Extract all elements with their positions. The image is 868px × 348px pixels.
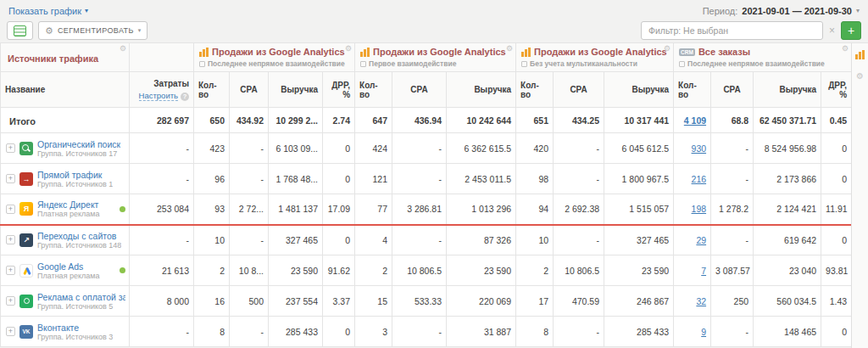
site-referral-icon bbox=[19, 233, 33, 247]
orders-count-link[interactable]: 4 109 bbox=[684, 115, 706, 126]
column-header[interactable]: CPA bbox=[554, 72, 604, 108]
gear-icon[interactable]: ⚙ bbox=[856, 71, 864, 81]
sources-header-cell: Источники трафика ⚙ bbox=[1, 43, 130, 72]
value-cell: 0 bbox=[821, 225, 852, 255]
expand-icon[interactable]: + bbox=[6, 296, 15, 306]
totals-label: Итого bbox=[6, 116, 36, 126]
column-header[interactable]: Кол-во bbox=[355, 72, 392, 108]
table-body: Итого282 697650434.9210 299 2...2.746474… bbox=[1, 108, 852, 347]
value-cell: 9 bbox=[674, 317, 711, 347]
source-name-text: Органический поискГруппа. Источников 17 bbox=[37, 139, 120, 158]
configure-costs-link[interactable]: Настроить bbox=[139, 91, 178, 101]
value-cell: 2 453 011.5 bbox=[447, 164, 516, 194]
orders-count-link[interactable]: 32 bbox=[696, 296, 706, 306]
value-cell: 4 109 bbox=[674, 108, 711, 133]
segment-button[interactable]: ⚙ СЕГМЕНТИРОВАТЬ ▾ bbox=[38, 21, 147, 40]
show-chart-link[interactable]: Показать график ▾ bbox=[8, 6, 88, 16]
gear-icon[interactable]: ⚙ bbox=[120, 45, 126, 53]
source-subtitle: Группа. Источников 3 bbox=[37, 333, 113, 341]
table-view-button[interactable] bbox=[7, 21, 33, 40]
gear-icon[interactable]: ⚙ bbox=[506, 45, 513, 53]
source-subtitle: Платная реклама bbox=[37, 272, 100, 280]
value-cell: - bbox=[130, 164, 194, 194]
gear-icon[interactable]: ⚙ bbox=[345, 45, 352, 53]
source-name-link[interactable]: Вконтакте bbox=[37, 323, 113, 333]
source-name-link[interactable]: Прямой трафик bbox=[37, 170, 113, 180]
column-header[interactable]: ДРР, % bbox=[323, 72, 355, 108]
value-cell: 560 034.5 bbox=[754, 286, 821, 317]
chart-icon bbox=[521, 48, 531, 57]
column-header[interactable]: Выручка bbox=[754, 72, 821, 108]
source-name-link[interactable]: Яндекс Директ bbox=[37, 199, 100, 210]
expand-icon[interactable]: + bbox=[6, 205, 15, 214]
source-name-link[interactable]: Google Ads bbox=[37, 261, 100, 272]
value-cell: 3.37 bbox=[323, 286, 355, 317]
expand-icon[interactable]: + bbox=[6, 174, 15, 183]
help-icon[interactable]: ? bbox=[181, 93, 189, 101]
period-selector[interactable]: Период: 2021-09-01 — 2021-09-30 ▾ bbox=[703, 6, 860, 16]
column-header[interactable]: ДРР, % bbox=[821, 72, 852, 108]
source-name-link[interactable]: Переходы с сайтов bbox=[37, 231, 121, 241]
filter-input[interactable]: Фильтр: Не выбран bbox=[641, 21, 823, 40]
metric-group-title: Продажи из Google Analytics bbox=[212, 47, 345, 57]
value-cell: 91.62 bbox=[323, 255, 355, 286]
yandex-direct-icon bbox=[19, 202, 33, 216]
expand-icon[interactable]: + bbox=[6, 143, 15, 153]
value-cell: 250 bbox=[711, 286, 754, 317]
value-cell: - bbox=[392, 225, 447, 255]
source-name-inner: +Яндекс ДиректПлатная реклама bbox=[6, 199, 125, 218]
column-header[interactable]: CPA bbox=[230, 72, 269, 108]
expand-icon[interactable]: + bbox=[6, 235, 15, 244]
attribution-icon bbox=[360, 61, 366, 67]
orders-count-link[interactable]: 930 bbox=[692, 143, 707, 154]
value-cell: 2.74 bbox=[323, 108, 355, 133]
orders-count-link[interactable]: 7 bbox=[701, 266, 706, 276]
column-header[interactable]: Выручка bbox=[604, 72, 674, 108]
clear-filter-icon[interactable]: × bbox=[829, 25, 835, 36]
source-name-link[interactable]: Реклама с оплатой за клик bbox=[37, 292, 125, 302]
value-cell: - bbox=[711, 133, 754, 164]
expand-icon[interactable]: + bbox=[6, 327, 15, 336]
source-name-cell: Итого bbox=[1, 108, 130, 133]
orders-count-link[interactable]: 9 bbox=[701, 327, 706, 337]
value-cell: 8 bbox=[516, 317, 554, 347]
source-name-link[interactable]: Органический поиск bbox=[37, 139, 120, 149]
add-filter-button[interactable]: + bbox=[841, 21, 861, 40]
column-header[interactable]: Выручка bbox=[447, 72, 516, 108]
column-header[interactable]: Кол-во bbox=[674, 72, 711, 108]
column-header[interactable]: Кол-во bbox=[516, 72, 554, 108]
value-cell: 500 bbox=[230, 286, 269, 317]
column-header-row: Название Затраты Настроить? Кол-во CPA В… bbox=[1, 72, 852, 108]
value-cell: 0 bbox=[821, 133, 852, 164]
chart-icon bbox=[855, 50, 865, 59]
source-name-text: Переходы с сайтовГруппа. Источников 148 bbox=[37, 231, 121, 250]
gear-icon[interactable]: ⚙ bbox=[664, 45, 670, 53]
chevron-down-icon: ▾ bbox=[856, 7, 860, 14]
orders-count-link[interactable]: 29 bbox=[696, 235, 706, 245]
column-header[interactable]: Кол-во bbox=[194, 72, 230, 108]
value-cell: 619 642 bbox=[754, 225, 821, 255]
value-cell: - bbox=[554, 225, 604, 255]
column-header[interactable]: Выручка bbox=[269, 72, 323, 108]
value-cell: 11.91 bbox=[821, 194, 852, 225]
source-name-inner: +Органический поискГруппа. Источников 17 bbox=[6, 139, 125, 158]
value-cell: 15 bbox=[355, 286, 392, 317]
column-header-costs[interactable]: Затраты Настроить? bbox=[130, 72, 194, 108]
column-header[interactable]: CPA bbox=[711, 72, 754, 108]
show-chart-label: Показать график bbox=[8, 6, 81, 16]
gear-icon[interactable]: ⚙ bbox=[842, 45, 849, 53]
value-cell: 10 806.5 bbox=[392, 255, 447, 286]
value-cell: 77 bbox=[355, 194, 392, 225]
column-header[interactable]: CPA bbox=[392, 72, 447, 108]
column-header-name[interactable]: Название bbox=[1, 72, 130, 108]
value-cell: 96 bbox=[194, 164, 230, 194]
expand-icon[interactable]: + bbox=[6, 266, 15, 275]
value-cell: 93 bbox=[194, 194, 230, 225]
value-cell: 1 800 967.5 bbox=[604, 164, 674, 194]
analytics-page: Показать график ▾ Период: 2021-09-01 — 2… bbox=[0, 0, 868, 348]
direct-traffic-icon bbox=[19, 172, 33, 186]
metric-group-title: Продажи из Google Analytics bbox=[534, 47, 667, 57]
orders-count-link[interactable]: 216 bbox=[692, 174, 707, 184]
value-cell: 23 590 bbox=[604, 255, 674, 286]
orders-count-link[interactable]: 198 bbox=[692, 204, 707, 214]
